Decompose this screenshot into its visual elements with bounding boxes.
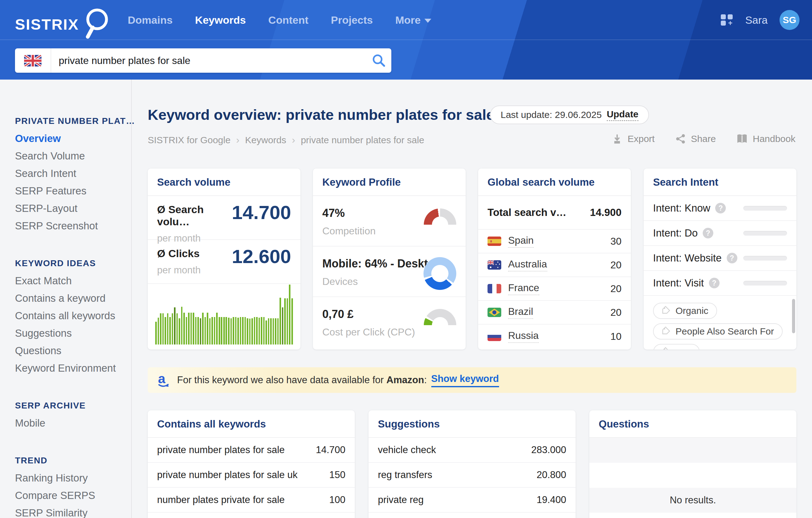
- history-bar: [165, 317, 166, 344]
- sidebar-item-exact-match[interactable]: Exact Match: [15, 272, 131, 290]
- country-name[interactable]: Brazil: [508, 306, 533, 319]
- sidebar-item-keyword-environment[interactable]: Keyword Environment: [15, 360, 131, 377]
- keyword-link[interactable]: private number plates for sale uk: [157, 469, 298, 481]
- keyword-link[interactable]: number plates private for sale: [157, 494, 285, 506]
- sidebar-item-serp-screenshot[interactable]: SERP Screenshot: [15, 217, 131, 235]
- help-icon[interactable]: ?: [715, 203, 726, 213]
- keyword-value: 14.700: [316, 444, 345, 456]
- sidebar-item-overview[interactable]: Overview: [15, 130, 131, 147]
- sidebar-divider: [131, 80, 132, 518]
- scrollbar-thumb[interactable]: [792, 299, 795, 333]
- user-name[interactable]: Sara: [745, 14, 767, 26]
- sidebar-item-ranking-history[interactable]: Ranking History: [15, 469, 131, 487]
- keyword-profile-card: Keyword Profile 47%CompetitionMobile: 64…: [313, 169, 466, 349]
- table-row: private number plates for sale14.700: [148, 438, 355, 463]
- profile-label: Cost per Click (CPC): [322, 326, 466, 338]
- country-name[interactable]: France: [508, 282, 539, 295]
- export-button[interactable]: Export: [612, 133, 655, 144]
- history-bar: [277, 318, 279, 344]
- sidebar-item-compare-serps[interactable]: Compare SERPS: [15, 487, 131, 504]
- sidebar-item-questions[interactable]: Questions: [15, 342, 131, 360]
- nav-item-domains[interactable]: Domains: [128, 14, 173, 26]
- logo-text: SISTRIX: [15, 14, 79, 35]
- keyword-link[interactable]: private reg: [378, 494, 424, 506]
- tag-icon: [662, 305, 670, 316]
- sidebar-item-serp-similarity[interactable]: SERP Similarity: [15, 504, 131, 518]
- tag-pill[interactable]: Organic: [653, 303, 717, 319]
- nav-item-keywords[interactable]: Keywords: [195, 14, 246, 26]
- country-selector[interactable]: [15, 49, 51, 73]
- history-bar: [244, 317, 246, 344]
- history-bar: [268, 318, 269, 344]
- country-row: Russia10: [478, 325, 631, 348]
- nav-row: SISTRIX DomainsKeywordsContentProjectsMo…: [0, 0, 812, 40]
- nav-item-label: Projects: [331, 14, 373, 26]
- total-search-volume-row: Total search v… 14.900: [478, 196, 631, 230]
- sidebar-item-mobile[interactable]: Mobile: [15, 415, 131, 432]
- history-bar: [242, 317, 243, 344]
- logo-magnifier-icon: [81, 7, 115, 39]
- sidebar-item-serp-features[interactable]: SERP Features: [15, 182, 131, 200]
- search-submit-button[interactable]: [366, 49, 391, 73]
- nav-item-content[interactable]: Content: [268, 14, 308, 26]
- intent-row: Intent: Visit?: [644, 271, 796, 296]
- breadcrumb-item[interactable]: private number plates for sale: [301, 135, 424, 145]
- header-actions: ExportShareHandbook: [612, 133, 795, 144]
- avatar[interactable]: SG: [780, 10, 800, 30]
- country-value: 30: [610, 236, 621, 247]
- history-bar: [191, 313, 192, 344]
- sidebar-item-suggestions[interactable]: Suggestions: [15, 325, 131, 342]
- card-title: Global search volume: [478, 169, 631, 196]
- sidebar-item-serp-layout[interactable]: SERP-Layout: [15, 200, 131, 217]
- intent-progress-track: [743, 231, 787, 236]
- table-row: reg transfers20.800: [369, 463, 576, 488]
- history-bar: [181, 307, 183, 344]
- country-name[interactable]: Russia: [508, 330, 539, 343]
- history-bar: [179, 318, 180, 344]
- sidebar-group-title: KEYWORD IDEAS: [15, 255, 131, 272]
- tag-pill[interactable]: People Also Search For: [653, 323, 783, 339]
- amazon-icon: a: [157, 371, 170, 389]
- country-name[interactable]: Australia: [508, 258, 547, 272]
- breadcrumb-item[interactable]: SISTRIX for Google: [148, 135, 231, 145]
- country-value: 10: [610, 331, 621, 342]
- apps-grid-icon[interactable]: +: [721, 14, 733, 26]
- keyword-value: 20.800: [536, 469, 566, 481]
- keyword-link[interactable]: reg transfers: [378, 469, 432, 481]
- help-icon[interactable]: ?: [727, 253, 737, 263]
- sidebar-item-contains-all-keywords[interactable]: Contains all keywords: [15, 307, 131, 325]
- empty-row: [589, 513, 796, 518]
- sidebar-item-search-intent[interactable]: Search Intent: [15, 165, 131, 182]
- sistrix-logo[interactable]: SISTRIX: [15, 9, 115, 39]
- history-bar: [282, 307, 284, 344]
- keyword-link[interactable]: private number plates for sale: [157, 444, 285, 456]
- amazon-data-banner: a For this keyword we also have data ava…: [148, 367, 796, 393]
- table-row: number plates private for sale100: [148, 488, 355, 513]
- country-name[interactable]: Spain: [508, 235, 534, 248]
- handbook-button[interactable]: Handbook: [736, 133, 795, 144]
- keyword-search-input[interactable]: [51, 55, 366, 66]
- help-icon[interactable]: ?: [703, 228, 713, 238]
- search-icon: [372, 54, 386, 67]
- uk-flag-icon: [24, 55, 41, 66]
- country-row: Spain30: [478, 230, 631, 253]
- share-button[interactable]: Share: [675, 133, 716, 144]
- sidebar-item-contains-a-keyword[interactable]: Contains a keyword: [15, 290, 131, 307]
- keyword-link[interactable]: vehicle check: [378, 444, 436, 456]
- action-label: Export: [628, 133, 655, 144]
- breadcrumb-item[interactable]: Keywords: [245, 135, 286, 145]
- metric-row: Ø Search volu…per month14.700: [148, 196, 300, 240]
- history-bar: [231, 318, 232, 344]
- search-volume-history-chart: [148, 284, 300, 347]
- intent-row: Intent: Website?: [644, 246, 796, 271]
- tag-label: [675, 347, 691, 349]
- history-bar: [240, 317, 241, 344]
- show-keyword-link[interactable]: Show keyword: [431, 373, 499, 387]
- help-icon[interactable]: ?: [709, 278, 720, 288]
- update-link[interactable]: Update: [607, 109, 639, 121]
- nav-item-more[interactable]: More: [396, 14, 431, 26]
- nav-item-projects[interactable]: Projects: [331, 14, 373, 26]
- tag-pill-clipped[interactable]: [653, 344, 700, 349]
- sidebar-item-search-volume[interactable]: Search Volume: [15, 147, 131, 165]
- intent-row: Intent: Do?: [644, 221, 796, 246]
